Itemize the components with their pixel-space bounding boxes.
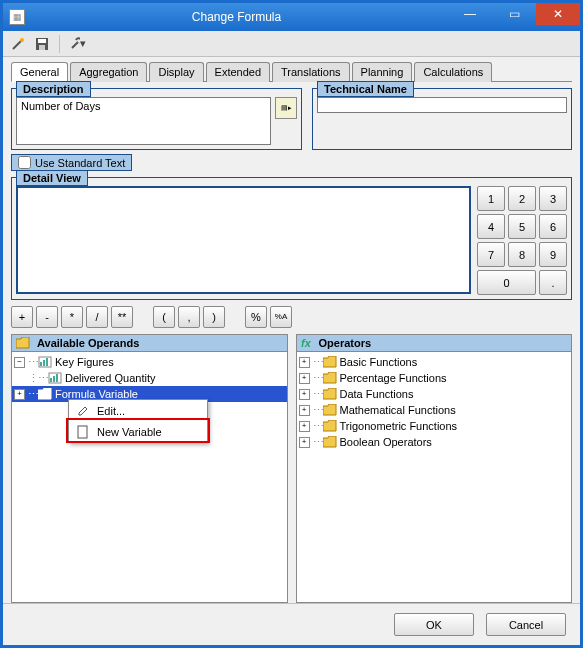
toolbar-separator <box>59 35 60 53</box>
op-lparen[interactable]: ( <box>153 306 175 328</box>
op-minus[interactable]: - <box>36 306 58 328</box>
tab-translations[interactable]: Translations <box>272 62 350 82</box>
change-formula-window: ▦ Change Formula — ▭ ✕ ▾ General Aggrega… <box>0 0 583 648</box>
use-standard-text-label: Use Standard Text <box>35 157 125 169</box>
expand-icon[interactable]: + <box>299 389 310 400</box>
tree-item-delivered-quantity[interactable]: ⋮⋯ Delivered Quantity <box>12 370 287 386</box>
context-new-variable[interactable]: New Variable <box>69 421 207 442</box>
keypad-5[interactable]: 5 <box>508 214 536 239</box>
description-group: Description Number of Days ▤▸ <box>11 88 302 150</box>
svg-point-1 <box>20 38 24 42</box>
tree-item-mathematical-functions[interactable]: +⋯ Mathematical Functions <box>297 402 572 418</box>
tree-item-boolean-operators[interactable]: +⋯ Boolean Operators <box>297 434 572 450</box>
keypad-0[interactable]: 0 <box>477 270 536 295</box>
toolbar: ▾ <box>3 31 580 57</box>
expand-icon[interactable]: + <box>299 437 310 448</box>
use-standard-text-input[interactable] <box>18 156 31 169</box>
svg-rect-13 <box>78 426 87 438</box>
op-power[interactable]: ** <box>111 306 133 328</box>
op-percent-a[interactable]: %A <box>270 306 292 328</box>
svg-rect-4 <box>39 45 45 50</box>
tab-extended[interactable]: Extended <box>206 62 270 82</box>
folder-icon <box>323 420 337 432</box>
operators-tree[interactable]: +⋯ Basic Functions +⋯ Percentage Functio… <box>297 352 572 602</box>
tree-item-basic-functions[interactable]: +⋯ Basic Functions <box>297 354 572 370</box>
description-helper-button[interactable]: ▤▸ <box>275 97 297 119</box>
close-button[interactable]: ✕ <box>536 3 580 25</box>
cancel-button[interactable]: Cancel <box>486 613 566 636</box>
op-div[interactable]: / <box>86 306 108 328</box>
collapse-icon[interactable]: − <box>14 357 25 368</box>
tab-display[interactable]: Display <box>149 62 203 82</box>
available-operands-panel: Available Operands − ⋯ Key Figures ⋮⋯ <box>11 334 288 603</box>
available-operands-title: Available Operands <box>37 337 139 349</box>
keypad-2[interactable]: 2 <box>508 186 536 211</box>
expand-icon[interactable]: + <box>14 389 25 400</box>
operators-panel: fx Operators +⋯ Basic Functions +⋯ Perce… <box>296 334 573 603</box>
ok-button[interactable]: OK <box>394 613 474 636</box>
tree-item-trigonometric-functions[interactable]: +⋯ Trigonometric Functions <box>297 418 572 434</box>
operators-title: Operators <box>319 337 372 349</box>
expand-icon[interactable]: + <box>299 405 310 416</box>
folder-icon <box>323 388 337 400</box>
edit-icon <box>75 405 91 417</box>
save-icon[interactable] <box>33 35 51 53</box>
svg-rect-3 <box>38 39 46 43</box>
keypad-1[interactable]: 1 <box>477 186 505 211</box>
expand-icon[interactable]: + <box>299 421 310 432</box>
context-edit[interactable]: Edit... <box>69 400 207 421</box>
keypad-9[interactable]: 9 <box>539 242 567 267</box>
context-menu: Edit... New Variable <box>68 399 208 443</box>
tree-connector: ⋯ <box>28 388 38 401</box>
tab-general[interactable]: General <box>11 62 68 82</box>
use-standard-text-checkbox[interactable]: Use Standard Text <box>11 154 132 171</box>
op-mult[interactable]: * <box>61 306 83 328</box>
keypad-3[interactable]: 3 <box>539 186 567 211</box>
tree-label: Delivered Quantity <box>65 372 156 384</box>
tree-item-percentage-functions[interactable]: +⋯ Percentage Functions <box>297 370 572 386</box>
tree-label: Mathematical Functions <box>340 404 456 416</box>
keypad-6[interactable]: 6 <box>539 214 567 239</box>
svg-rect-11 <box>53 376 55 382</box>
context-new-variable-label: New Variable <box>97 426 162 438</box>
folder-icon <box>323 372 337 384</box>
detail-view-title: Detail View <box>16 170 88 186</box>
wand-icon[interactable] <box>9 35 27 53</box>
window-app-icon: ▦ <box>9 9 25 25</box>
available-operands-tree[interactable]: − ⋯ Key Figures ⋮⋯ Delivered Quantity <box>12 352 287 602</box>
op-rparen[interactable]: ) <box>203 306 225 328</box>
detail-view-group: Detail View 1 2 3 4 5 6 7 8 9 0 . <box>11 177 572 300</box>
new-icon <box>75 425 91 439</box>
keypad-8[interactable]: 8 <box>508 242 536 267</box>
folder-icon <box>323 356 337 368</box>
op-percent[interactable]: % <box>245 306 267 328</box>
keypad-dot[interactable]: . <box>539 270 567 295</box>
tree-connector: ⋮⋯ <box>28 372 48 385</box>
maximize-button[interactable]: ▭ <box>492 3 536 25</box>
tools-icon[interactable]: ▾ <box>68 35 86 53</box>
description-textarea[interactable]: Number of Days <box>16 97 271 145</box>
tree-item-key-figures[interactable]: − ⋯ Key Figures <box>12 354 287 370</box>
tree-item-data-functions[interactable]: +⋯ Data Functions <box>297 386 572 402</box>
expand-icon[interactable]: + <box>299 357 310 368</box>
tree-label: Trigonometric Functions <box>340 420 458 432</box>
expand-icon[interactable]: + <box>299 373 310 384</box>
tabstrip: General Aggregation Display Extended Tra… <box>11 61 572 82</box>
fx-icon: fx <box>301 337 315 349</box>
titlebar: ▦ Change Formula — ▭ ✕ <box>3 3 580 31</box>
technical-name-input[interactable] <box>317 97 567 113</box>
operator-buttons-row: + - * / ** ( , ) % %A <box>11 306 572 328</box>
svg-rect-7 <box>43 360 45 366</box>
keypad-4[interactable]: 4 <box>477 214 505 239</box>
detail-view-area[interactable] <box>16 186 471 294</box>
folder-icon <box>16 337 30 349</box>
tab-calculations[interactable]: Calculations <box>414 62 492 82</box>
op-comma[interactable]: , <box>178 306 200 328</box>
folder-icon <box>323 436 337 448</box>
tab-aggregation[interactable]: Aggregation <box>70 62 147 82</box>
tree-label: Data Functions <box>340 388 414 400</box>
keypad-7[interactable]: 7 <box>477 242 505 267</box>
tab-planning[interactable]: Planning <box>352 62 413 82</box>
op-plus[interactable]: + <box>11 306 33 328</box>
minimize-button[interactable]: — <box>448 3 492 25</box>
